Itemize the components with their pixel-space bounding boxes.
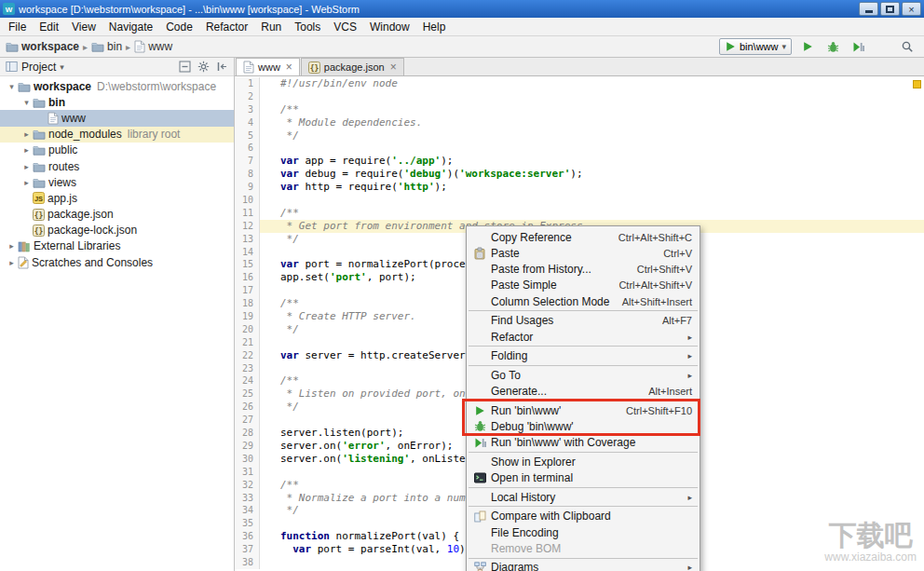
- tree-item-node-modules[interactable]: ▸node_moduleslibrary root: [0, 127, 234, 143]
- chevron-right-icon[interactable]: ▸: [6, 258, 18, 267]
- run-button[interactable]: [798, 37, 817, 56]
- run-config-value: bin\www: [740, 41, 779, 52]
- menu-tools[interactable]: Tools: [288, 19, 327, 35]
- code-text: /**: [260, 103, 924, 116]
- minimize-button[interactable]: [859, 2, 878, 16]
- context-menu-item-file-encoding[interactable]: File Encoding: [467, 524, 700, 540]
- project-panel-title[interactable]: Project: [21, 61, 56, 74]
- file-icon: [48, 112, 59, 125]
- chevron-down-icon[interactable]: ▾: [6, 82, 18, 91]
- run-config-select[interactable]: bin\www ▾: [719, 38, 792, 55]
- menu-vcs[interactable]: VCS: [327, 19, 363, 35]
- folder-icon: [33, 129, 46, 140]
- tabbar: www×{}package.json×: [235, 58, 924, 76]
- close-button[interactable]: ×: [902, 2, 921, 16]
- menu-code[interactable]: Code: [159, 19, 199, 35]
- svg-text:W: W: [6, 6, 13, 14]
- tree-item-bin[interactable]: ▾bin: [0, 94, 234, 110]
- tree-item-workspace[interactable]: ▾workspaceD:\webstorm\workspace: [0, 78, 234, 94]
- menu-item-label: Paste Simple: [491, 279, 557, 292]
- tree-item-views[interactable]: ▸views: [0, 174, 234, 190]
- context-menu-item-paste[interactable]: PasteCtrl+V: [467, 245, 700, 261]
- code-line: 1#!/usr/bin/env node: [235, 77, 924, 90]
- context-menu-item-copy-reference[interactable]: Copy ReferenceCtrl+Alt+Shift+C: [467, 229, 700, 245]
- tree-item-www[interactable]: www: [0, 110, 234, 126]
- compare-icon: [471, 510, 488, 523]
- close-icon[interactable]: ×: [390, 61, 397, 74]
- run-with-coverage-button[interactable]: [849, 37, 867, 56]
- context-menu-item-generate[interactable]: Generate...Alt+Insert: [467, 383, 700, 399]
- chevron-right-icon[interactable]: ▸: [20, 178, 33, 187]
- menu-item-label: Remove BOM: [491, 542, 561, 555]
- context-menu-item-find-usages[interactable]: Find UsagesAlt+F7: [467, 313, 700, 329]
- breadcrumb-bin[interactable]: bin: [91, 40, 122, 53]
- watermark-url: www.xiazaiba.com: [824, 551, 917, 564]
- svg-text:JS: JS: [34, 195, 43, 203]
- menu-window[interactable]: Window: [363, 19, 416, 35]
- context-menu-item-column-selection-mode[interactable]: Column Selection ModeAlt+Shift+Insert: [467, 293, 700, 309]
- context-menu-item-refactor[interactable]: Refactor▸: [467, 329, 700, 345]
- collapse-all-icon[interactable]: [179, 61, 191, 73]
- context-menu-item-open-in-terminal[interactable]: Open in terminal: [467, 469, 700, 485]
- context-menu-item-local-history[interactable]: Local History▸: [467, 489, 700, 505]
- menu-navigate[interactable]: Navigate: [102, 19, 159, 35]
- line-number: 23: [235, 362, 260, 375]
- menu-item-label: Find Usages: [491, 314, 553, 327]
- context-menu-item-go-to[interactable]: Go To▸: [467, 367, 700, 383]
- settings-gear-icon[interactable]: [197, 61, 210, 73]
- menu-edit[interactable]: Edit: [33, 19, 65, 35]
- tree-item-package-lock-json[interactable]: {}package-lock.json: [0, 223, 234, 238]
- tree-item-scratches-and-consoles[interactable]: ▸Scratches and Consoles: [0, 254, 234, 270]
- context-menu-item-paste-from-history[interactable]: Paste from History...Ctrl+Shift+V: [467, 262, 700, 278]
- tree-item-external-libraries[interactable]: ▸External Libraries: [0, 238, 234, 254]
- chevron-right-icon[interactable]: ▸: [20, 162, 33, 171]
- tree-item-app-js[interactable]: JSapp.js: [0, 190, 234, 206]
- menu-help[interactable]: Help: [416, 19, 453, 35]
- hide-panel-icon[interactable]: [216, 61, 228, 73]
- chevron-down-icon[interactable]: ▾: [20, 98, 33, 107]
- code-line: 11/**: [235, 207, 924, 220]
- context-menu-item-compare-with-clipboard[interactable]: Compare with Clipboard: [467, 509, 700, 524]
- inspection-marker: [913, 80, 921, 88]
- context-menu-item-run-bin-www-with-coverage[interactable]: Run 'bin\www' with Coverage: [467, 435, 700, 451]
- code-text: #!/usr/bin/env node: [260, 77, 924, 90]
- menu-refactor[interactable]: Refactor: [199, 19, 254, 35]
- close-icon[interactable]: ×: [286, 61, 292, 74]
- menu-view[interactable]: View: [65, 19, 102, 35]
- tree-item-package-json[interactable]: {}package.json: [0, 207, 234, 223]
- chevron-down-icon: ▾: [781, 42, 786, 51]
- chevron-right-icon[interactable]: ▸: [6, 241, 18, 251]
- tab-package-json[interactable]: {}package.json×: [301, 58, 404, 75]
- chevron-down-icon[interactable]: ▾: [60, 62, 64, 72]
- menu-separator: [469, 558, 698, 559]
- project-tree: ▾workspaceD:\webstorm\workspace▾binwww▸n…: [0, 76, 234, 571]
- code-line: 7var app = require('../app');: [235, 155, 924, 168]
- line-number: 15: [235, 258, 260, 271]
- context-menu-item-folding[interactable]: Folding▸: [467, 348, 700, 364]
- tab-www[interactable]: www×: [236, 58, 300, 75]
- maximize-button[interactable]: [880, 2, 900, 16]
- context-menu-item-paste-simple[interactable]: Paste SimpleCtrl+Alt+Shift+V: [467, 278, 700, 293]
- menu-shortcut: Alt+Shift+Insert: [622, 296, 692, 307]
- breadcrumb-label: workspace: [21, 40, 79, 53]
- tree-item-routes[interactable]: ▸routes: [0, 158, 234, 174]
- breadcrumb-www[interactable]: www: [134, 40, 172, 53]
- watermark-title: 下载吧: [824, 521, 917, 551]
- breadcrumb-workspace[interactable]: workspace: [6, 40, 79, 53]
- tree-item-public[interactable]: ▸public: [0, 143, 234, 158]
- submenu-arrow-icon: ▸: [687, 333, 692, 342]
- search-button[interactable]: [898, 37, 917, 56]
- menu-item-label: Paste: [491, 247, 520, 260]
- chevron-right-icon[interactable]: ▸: [20, 129, 33, 139]
- menu-file[interactable]: File: [2, 19, 33, 35]
- debug-button[interactable]: [823, 37, 842, 56]
- tree-item-label: External Libraries: [34, 239, 120, 252]
- chevron-right-icon: ▸: [82, 42, 88, 52]
- line-number: 35: [235, 517, 260, 530]
- context-menu-item-show-in-explorer[interactable]: Show in Explorer: [467, 454, 700, 469]
- code-line: 5 */: [235, 129, 924, 143]
- chevron-right-icon[interactable]: ▸: [20, 145, 33, 155]
- context-menu-item-diagrams[interactable]: Diagrams▸: [467, 560, 700, 571]
- menu-run[interactable]: Run: [254, 19, 288, 35]
- breadcrumb-label: www: [148, 40, 172, 53]
